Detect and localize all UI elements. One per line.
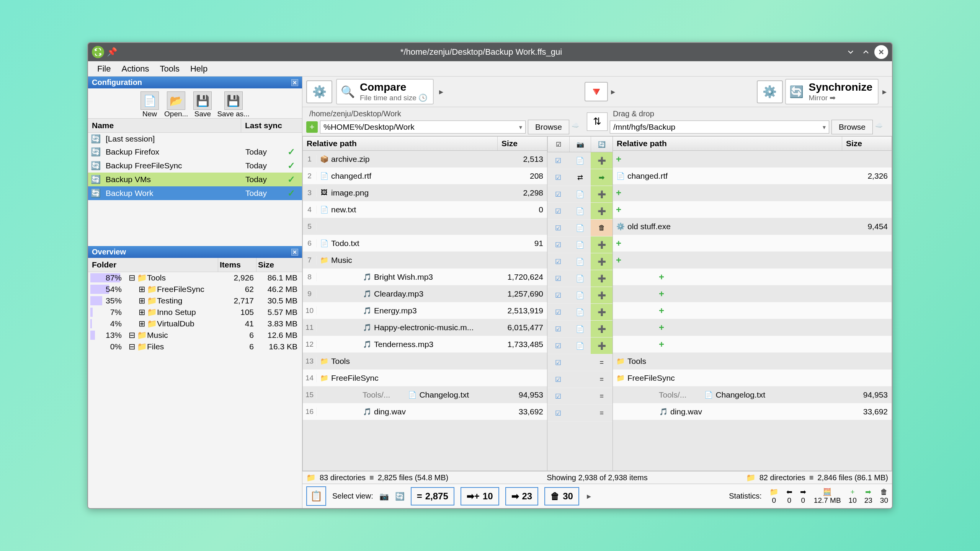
action-row[interactable]: ☑📄➕ [547,270,612,287]
checkbox[interactable]: ☑ [547,236,569,253]
filter-button[interactable]: 🔻 [585,82,608,101]
menu-tools[interactable]: Tools [155,62,185,75]
compare-settings-button[interactable]: ⚙️ [306,80,332,103]
cloud-icon[interactable]: ☁️ [875,122,888,132]
category-icon[interactable]: 📄 [569,270,591,287]
action-icon[interactable]: ➕ [591,186,612,202]
overview-row[interactable]: 87%⊟📁Tools2,92686.1 MB [88,272,302,284]
checkbox[interactable]: ☑ [547,203,569,219]
view-add-button[interactable]: ➡+10 [461,487,499,505]
view-toggle-1[interactable]: 📷 [379,492,389,501]
checkbox[interactable]: ☑ [547,169,569,186]
action-icon[interactable]: = [591,354,612,371]
action-icon[interactable]: 🗑 [591,220,612,236]
category-icon[interactable] [569,371,591,388]
overview-row[interactable]: 54%⊞📁FreeFileSync6246.2 MB [88,284,302,295]
file-row[interactable]: 2📄changed.rtf208 [303,168,547,184]
checkbox[interactable]: ☑ [547,253,569,270]
file-row[interactable]: + [613,269,892,285]
checkbox[interactable]: ☑ [547,388,569,404]
action-row[interactable]: ☑📄➕ [547,186,612,203]
action-icon[interactable]: ➕ [591,321,612,337]
file-row[interactable]: 11🎵Happy-electronic-music.m...6,015,477 [303,319,547,336]
action-icon[interactable]: 🔄 [591,137,612,152]
swap-button[interactable]: ⇅ [587,112,608,131]
action-row[interactable]: ☑= [547,405,612,422]
action-icon[interactable]: ➕ [591,152,612,169]
checkbox[interactable]: ☑ [547,186,569,202]
new-button[interactable]: 📄New [139,91,160,118]
file-row[interactable]: + [613,201,892,218]
file-row[interactable]: 9🎵Clearday.mp31,257,690 [303,285,547,302]
file-row[interactable]: 7📁Music [303,252,547,269]
action-icon[interactable]: ➕ [591,253,612,270]
category-icon[interactable]: 📄 [569,304,591,320]
file-row[interactable]: 14📁FreeFileSync [303,370,547,386]
checkbox[interactable]: ☑ [547,304,569,320]
close-config-icon[interactable]: ✕ [291,79,298,86]
file-row[interactable]: 📁FreeFileSync [613,370,892,386]
checkbox[interactable]: ☑ [547,287,569,303]
checkbox[interactable]: ☑ [547,354,569,371]
sync-dropdown-icon[interactable]: ▸ [881,87,888,97]
file-row[interactable]: 4📄new.txt0 [303,201,547,218]
category-icon[interactable]: 📄 [569,220,591,236]
action-icon[interactable]: = [591,388,612,404]
action-icon[interactable]: ➡ [591,169,612,186]
file-row[interactable]: Tools/...📄Changelog.txt94,953 [613,386,892,403]
file-row[interactable]: 16🎵ding.wav33,692 [303,403,547,420]
menu-file[interactable]: File [92,62,116,75]
action-icon[interactable]: = [591,371,612,388]
sync-settings-button[interactable]: ⚙️ [757,80,783,103]
chevron-down-icon[interactable]: ▾ [823,124,826,131]
compare-button[interactable]: 🔍 CompareFile time and size 🕓 [336,79,434,104]
action-row[interactable]: ☑📄➕ [547,321,612,337]
action-icon[interactable]: ➕ [591,203,612,219]
compare-dropdown-icon[interactable]: ▸ [438,87,445,97]
checkbox[interactable]: ☑ [547,337,569,354]
category-icon[interactable]: 📄 [569,203,591,219]
left-path-input[interactable]: %HOME%/Desktop/Work▾ [320,121,526,134]
config-row[interactable]: 🔄Backup FreeFileSyncToday✓ [88,159,302,173]
action-row[interactable]: ☑⇄➡ [547,169,612,186]
save-button[interactable]: 💾Save [192,91,213,118]
file-row[interactable]: 🎵ding.wav33,692 [613,403,892,420]
menu-help[interactable]: Help [185,62,213,75]
browse-left-button[interactable]: Browse [528,120,569,134]
list-view-icon[interactable]: 📋 [306,486,326,506]
overview-row[interactable]: 4%⊞📁VirtualDub413.83 MB [88,318,302,329]
config-row[interactable]: 🔄Backup FirefoxToday✓ [88,145,302,159]
file-row[interactable]: 3🖼image.png2,298 [303,184,547,201]
category-icon[interactable]: 📄 [569,152,591,169]
action-row[interactable]: ☑📄➕ [547,304,612,321]
file-row[interactable]: + [613,336,892,353]
maximize-button[interactable] [859,45,873,59]
file-row[interactable]: 📁Tools [613,353,892,370]
close-overview-icon[interactable]: ✕ [291,249,298,256]
category-icon[interactable] [569,354,591,371]
add-pair-button[interactable]: + [306,121,318,133]
right-path-input[interactable]: /mnt/hgfs/Backup▾ [610,121,829,134]
action-icon[interactable]: ➕ [591,304,612,320]
menu-actions[interactable]: Actions [116,62,154,75]
file-row[interactable]: 📄changed.rtf2,326 [613,168,892,184]
minimize-button[interactable] [844,45,858,59]
file-row[interactable]: 13📁Tools [303,353,547,370]
file-row[interactable]: + [613,151,892,168]
view-update-button[interactable]: ➡23 [505,487,539,505]
category-icon[interactable] [569,388,591,404]
view-more-icon[interactable]: ▸ [585,491,593,501]
action-row[interactable]: ☑📄➕ [547,152,612,169]
config-row[interactable]: 🔄[Last session] [88,133,302,145]
file-row[interactable]: 5 [303,218,547,235]
config-row[interactable]: 🔄Backup WorkToday✓ [88,186,302,200]
category-icon[interactable]: 📄 [569,236,591,253]
file-row[interactable]: ⚙️old stuff.exe9,454 [613,218,892,235]
action-icon[interactable]: ➕ [591,236,612,253]
checkbox[interactable]: ☑ [547,371,569,388]
view-toggle-2[interactable]: 🔄 [395,492,405,501]
category-icon[interactable]: 📄 [569,337,591,354]
overview-row[interactable]: 35%⊞📁Testing2,71730.5 MB [88,295,302,306]
action-icon[interactable]: ➕ [591,287,612,303]
file-row[interactable]: 6📄Todo.txt91 [303,235,547,252]
